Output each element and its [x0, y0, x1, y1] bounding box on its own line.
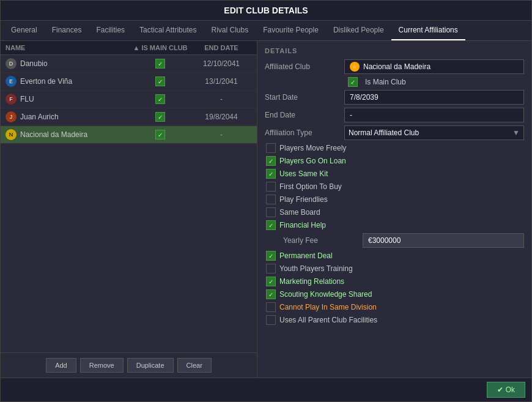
affiliated-club-label: Affiliated Club: [265, 62, 344, 71]
is-main-club-checkbox[interactable]: ✓: [348, 77, 358, 87]
checkbox-row-same-board: Same Board: [265, 207, 524, 217]
table-row[interactable]: F FLU ✓ -: [1, 91, 257, 108]
play-friendlies-checkbox[interactable]: [266, 195, 276, 204]
is-main-club-label: Is Main Club: [365, 78, 406, 86]
row-end-nacional: -: [191, 130, 252, 139]
scouting-knowledge-shared-checkbox[interactable]: ✓: [266, 289, 276, 299]
row-end-everton: 13/1/2041: [191, 77, 252, 86]
row-name-danubio: D Danubio: [6, 58, 130, 69]
tab-current-affiliations[interactable]: Current Affiliations: [391, 21, 465, 40]
checkbox-row-same-kit: ✓ Uses Same Kit: [265, 169, 524, 179]
table-row[interactable]: J Juan Aurich ✓ 19/8/2044: [1, 108, 257, 126]
club-icon-flu: F: [6, 94, 17, 105]
tab-favourite-people[interactable]: Favourite People: [256, 21, 326, 40]
clear-button[interactable]: Clear: [177, 358, 212, 373]
club-name-juan: Juan Aurich: [20, 113, 59, 121]
checkbox-row-financial-help: ✓ Financial Help: [265, 220, 524, 230]
marketing-relations-label: Marketing Relations: [279, 277, 344, 286]
players-go-on-loan-checkbox[interactable]: ✓: [266, 156, 276, 166]
club-name-flu: FLU: [20, 95, 34, 103]
checkbox-row-permanent-deal: ✓ Permanent Deal: [265, 251, 524, 261]
youth-players-training-checkbox[interactable]: [266, 264, 276, 274]
tab-facilities[interactable]: Facilities: [89, 21, 132, 40]
is-main-club-row: ✓ Is Main Club: [265, 77, 524, 87]
affiliation-type-select[interactable]: Normal Affiliated Club ▼: [344, 125, 524, 140]
table-row[interactable]: E Everton de Viña ✓ 13/1/2041: [1, 73, 257, 91]
yearly-fee-label: Yearly Fee: [283, 236, 363, 245]
checkbox-row-youth-training: Youth Players Training: [265, 264, 524, 274]
affiliations-table-body: D Danubio ✓ 12/10/2041 E Everton de Viña…: [1, 55, 257, 352]
club-icon-nacional: N: [6, 129, 17, 140]
club-icon-everton: E: [6, 76, 17, 87]
checkbox-row-players-move: Players Move Freely: [265, 143, 524, 153]
tab-bar: General Finances Facilities Tactical Att…: [1, 21, 531, 41]
yearly-fee-value[interactable]: €3000000: [363, 233, 524, 248]
row-main-juan: ✓: [130, 112, 191, 122]
checkbox-row-cannot-play: Cannot Play In Same Division: [265, 302, 524, 312]
main-club-check-flu: ✓: [155, 94, 165, 104]
tab-general[interactable]: General: [4, 21, 45, 40]
uses-same-kit-checkbox[interactable]: ✓: [266, 169, 276, 179]
players-move-freely-label: Players Move Freely: [279, 144, 346, 152]
main-club-check-nacional: ✓: [155, 130, 165, 140]
affiliated-club-value[interactable]: ☆ Nacional da Madeira: [344, 59, 524, 74]
first-option-to-buy-label: First Option To Buy: [279, 182, 342, 191]
table-header: NAME ▲ IS MAIN CLUB END DATE: [1, 41, 257, 55]
checkbox-row-first-option: First Option To Buy: [265, 182, 524, 192]
row-main-nacional: ✓: [130, 130, 191, 140]
ok-button[interactable]: ✔ Ok: [487, 382, 525, 398]
main-club-check-everton: ✓: [155, 76, 165, 86]
first-option-to-buy-checkbox[interactable]: [266, 182, 276, 192]
checkbox-row-players-loan: ✓ Players Go On Loan: [265, 156, 524, 166]
club-name-everton: Everton de Viña: [20, 77, 72, 86]
row-main-everton: ✓: [130, 76, 191, 86]
cannot-play-same-division-checkbox[interactable]: [266, 302, 276, 312]
marketing-relations-checkbox[interactable]: ✓: [266, 277, 276, 286]
same-board-label: Same Board: [279, 208, 320, 217]
end-date-row: End Date -: [265, 108, 524, 122]
row-name-everton: E Everton de Viña: [6, 76, 130, 87]
tab-rival-clubs[interactable]: Rival Clubs: [204, 21, 256, 40]
row-end-flu: -: [191, 95, 252, 103]
affiliation-type-label: Affiliation Type: [265, 128, 344, 137]
permanent-deal-checkbox[interactable]: ✓: [266, 251, 276, 261]
action-buttons: Add Remove Duplicate Clear: [1, 352, 257, 378]
end-date-label: End Date: [265, 111, 344, 119]
row-main-danubio: ✓: [130, 59, 191, 69]
affiliated-club-name: Nacional da Madeira: [363, 62, 430, 71]
uses-all-parent-club-facilities-label: Uses All Parent Club Facilities: [279, 316, 377, 324]
row-main-flu: ✓: [130, 94, 191, 104]
header-end-date: END DATE: [191, 44, 252, 51]
club-icon-juan: J: [6, 111, 17, 122]
dialog-title: EDIT CLUB DETAILS: [1, 1, 531, 21]
affiliated-club-row: Affiliated Club ☆ Nacional da Madeira: [265, 59, 524, 74]
table-row[interactable]: D Danubio ✓ 12/10/2041: [1, 55, 257, 73]
players-move-freely-checkbox[interactable]: [266, 143, 276, 153]
financial-help-checkbox[interactable]: ✓: [266, 220, 276, 230]
checkbox-row-parent-facilities: Uses All Parent Club Facilities: [265, 315, 524, 325]
same-board-checkbox[interactable]: [266, 207, 276, 217]
affiliations-list-panel: NAME ▲ IS MAIN CLUB END DATE D Danubio ✓…: [1, 41, 257, 378]
header-is-main-club: ▲ IS MAIN CLUB: [130, 44, 191, 51]
tab-finances[interactable]: Finances: [45, 21, 89, 40]
duplicate-button[interactable]: Duplicate: [127, 358, 174, 373]
row-name-nacional: N Nacional da Madeira: [6, 129, 130, 140]
details-panel: DETAILS Affiliated Club ☆ Nacional da Ma…: [257, 41, 531, 378]
row-name-flu: F FLU: [6, 94, 130, 105]
row-name-juan: J Juan Aurich: [6, 111, 130, 122]
start-date-value[interactable]: 7/8/2039: [344, 90, 524, 105]
footer: ✔ Ok: [1, 378, 531, 401]
club-name-nacional: Nacional da Madeira: [20, 130, 87, 139]
play-friendlies-label: Play Friendlies: [279, 195, 328, 204]
table-row[interactable]: N Nacional da Madeira ✓ -: [1, 126, 257, 144]
row-end-danubio: 12/10/2041: [191, 59, 252, 68]
add-button[interactable]: Add: [46, 358, 76, 373]
tab-disliked-people[interactable]: Disliked People: [326, 21, 391, 40]
tab-tactical-attributes[interactable]: Tactical Attributes: [132, 21, 204, 40]
remove-button[interactable]: Remove: [80, 358, 124, 373]
end-date-value[interactable]: -: [344, 108, 524, 122]
checkbox-row-marketing: ✓ Marketing Relations: [265, 277, 524, 286]
main-club-check-juan: ✓: [155, 112, 165, 122]
uses-same-kit-label: Uses Same Kit: [279, 169, 328, 178]
uses-all-parent-club-facilities-checkbox[interactable]: [266, 315, 276, 325]
